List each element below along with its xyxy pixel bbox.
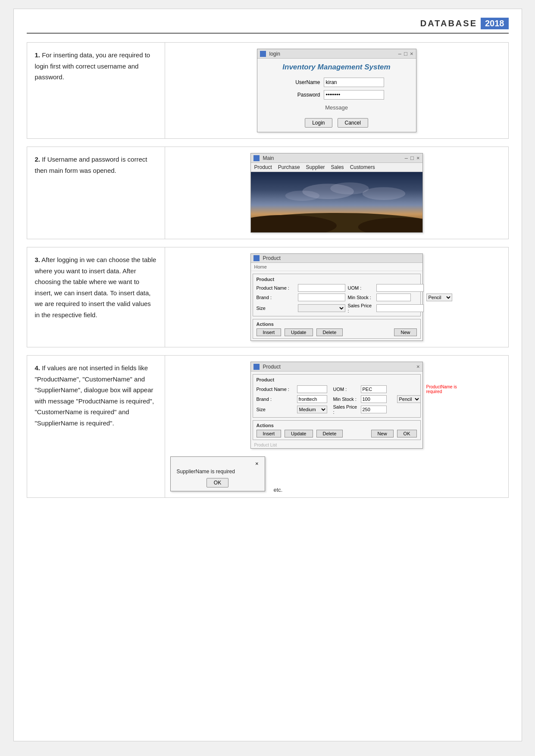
svg-point-3 — [285, 191, 319, 201]
filled-pencil-select[interactable]: Pencil — [397, 395, 421, 403]
filled-product-name-label: Product Name : — [257, 387, 295, 392]
login-window: login – □ × Inventory Management System … — [257, 49, 416, 132]
product-filled-controls: × — [416, 363, 420, 370]
validation-area: Product × Product Product Name : UOM : — [170, 360, 503, 493]
filled-actions-title: Actions — [257, 423, 417, 428]
min-stock-input[interactable] — [376, 294, 411, 301]
filled-action-buttons: Insert Update Delete New OK — [257, 430, 417, 437]
menu-purchase[interactable]: Purchase — [278, 164, 300, 170]
product-filled-titlebar: Product × — [251, 362, 422, 372]
content-row-4: 4. If values are not inserted in fields … — [27, 355, 509, 498]
product-title-bar: Product — [253, 255, 281, 261]
right-col-1: login – □ × Inventory Management System … — [165, 43, 508, 138]
actions-section: Actions Insert Update Delete New — [253, 319, 421, 339]
filled-min-stock-label: Min Stock : — [333, 397, 359, 402]
dialog-message: SupplierName is required — [177, 469, 259, 475]
password-label: Password — [289, 92, 320, 98]
filled-brand-input[interactable] — [297, 395, 327, 403]
action-buttons: Insert Update Delete New — [257, 328, 417, 336]
product-filled-form-section: Product Product Name : UOM : ProductName… — [253, 374, 421, 418]
sales-price-label: Sales Price : — [348, 303, 374, 313]
filled-product-name-input[interactable] — [297, 385, 327, 393]
brand-label: Brand : — [257, 295, 295, 300]
login-titlebar: login – □ × — [257, 49, 416, 59]
product-window-icon — [253, 255, 260, 261]
product-breadcrumb: Home — [251, 263, 422, 271]
password-input[interactable] — [324, 90, 384, 100]
login-button[interactable]: Login — [305, 118, 332, 128]
content-row-3: 3. After logging in we can choose the ta… — [27, 247, 509, 347]
dialog-ok-btn[interactable]: OK — [206, 478, 228, 487]
uom-input[interactable] — [376, 284, 424, 292]
filled-size-label: Size — [257, 407, 295, 412]
size-label: Size — [257, 306, 295, 311]
menu-product[interactable]: Product — [254, 164, 272, 170]
dialog-close-btn[interactable]: × — [177, 460, 259, 467]
main-minimize-btn[interactable]: – — [405, 155, 408, 161]
main-menubar: Product Purchase Supplier Sales Customer… — [251, 163, 422, 172]
brand-input[interactable] — [298, 294, 345, 301]
left-col-2: 2. If Username and password is correct t… — [27, 147, 165, 239]
login-message: Message — [325, 104, 348, 111]
item-text-4: If values are not inserted in fields lik… — [35, 364, 154, 427]
menu-sales[interactable]: Sales — [331, 164, 344, 170]
login-title-bar: login — [260, 51, 280, 57]
username-input[interactable] — [324, 78, 384, 87]
filled-brand-label: Brand : — [257, 397, 295, 402]
left-col-4: 4. If values are not inserted in fields … — [27, 356, 165, 497]
right-col-3: Product Home Product Product Name : UOM … — [165, 247, 508, 347]
item-text-2: If Username and password is correct then… — [35, 156, 147, 174]
login-maximize-btn[interactable]: □ — [404, 50, 407, 57]
main-close-btn[interactable]: × — [416, 155, 420, 161]
filled-min-stock-input[interactable] — [361, 395, 387, 403]
item-num-3: 3. — [35, 256, 41, 263]
left-col-3: 3. After logging in we can choose the ta… — [27, 247, 165, 347]
filled-uom-label: UOM : — [333, 387, 359, 392]
actions-title: Actions — [257, 322, 417, 327]
insert-btn[interactable]: Insert — [257, 328, 282, 336]
login-minimize-btn[interactable]: – — [398, 50, 401, 57]
product-name-input[interactable] — [298, 284, 345, 292]
pencil-select[interactable]: Pencil — [426, 294, 452, 301]
product-window-title: Product — [263, 255, 281, 261]
filled-update-btn[interactable]: Update — [285, 430, 313, 437]
menu-supplier[interactable]: Supplier — [306, 164, 325, 170]
update-btn[interactable]: Update — [285, 328, 313, 336]
product-form-section: Product Product Name : UOM : Brand : Min… — [253, 274, 421, 316]
right-col-4: Product × Product Product Name : UOM : — [165, 356, 508, 497]
filled-size-select[interactable]: Medium — [297, 406, 327, 413]
product-filled-grid: Product Name : UOM : ProductName is requ… — [257, 384, 417, 415]
filled-sales-price-input[interactable] — [361, 406, 387, 413]
required-message: ProductName is required — [426, 384, 459, 394]
item-num-2: 2. — [35, 156, 41, 163]
uom-label: UOM : — [348, 285, 374, 291]
login-app-title: Inventory Management System — [263, 63, 410, 72]
filled-new-btn[interactable]: New — [371, 430, 394, 437]
new-btn[interactable]: New — [394, 328, 416, 336]
main-maximize-btn[interactable]: □ — [410, 155, 414, 161]
product-form-grid: Product Name : UOM : Brand : Min Stock :… — [257, 284, 417, 313]
left-col-1: 1. For inserting data, you are required … — [27, 43, 165, 138]
product-filled-close[interactable]: × — [416, 363, 420, 370]
filled-delete-btn[interactable]: Delete — [316, 430, 343, 437]
login-close-btn[interactable]: × — [410, 50, 413, 57]
item-text-1: For inserting data, you are required to … — [35, 51, 150, 81]
size-select[interactable] — [298, 304, 345, 312]
menu-customers[interactable]: Customers — [350, 164, 375, 170]
delete-btn[interactable]: Delete — [316, 328, 343, 336]
main-titlebar: Main – □ × — [251, 153, 422, 163]
filled-ok-btn[interactable]: OK — [397, 430, 417, 437]
product-window: Product Home Product Product Name : UOM … — [250, 253, 423, 341]
header-year: 2018 — [481, 18, 509, 29]
product-filled-title-bar: Product — [253, 364, 281, 370]
login-form: UserName Password Message Login Cancel — [263, 78, 410, 128]
sales-price-input[interactable] — [376, 304, 424, 312]
login-body: Inventory Management System UserName Pas… — [257, 59, 416, 132]
cancel-button[interactable]: Cancel — [338, 118, 368, 128]
item-num-4: 4. — [35, 364, 41, 372]
filled-uom-input[interactable] — [361, 385, 387, 393]
login-buttons: Login Cancel — [305, 118, 368, 128]
filled-insert-btn[interactable]: Insert — [257, 430, 282, 437]
product-list-label: Product List — [251, 442, 422, 448]
page-container: DATABASE 2018 1. For inserting data, you… — [13, 9, 522, 741]
